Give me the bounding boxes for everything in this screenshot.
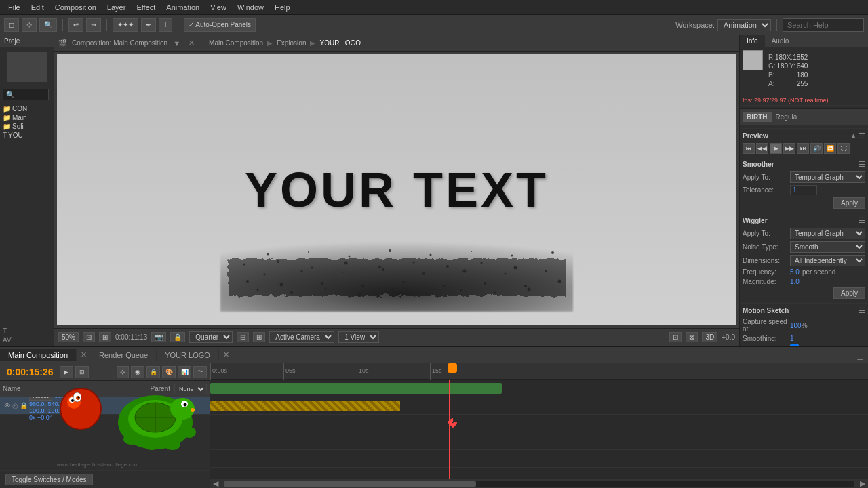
viewer-lock-btn[interactable]: 🔒 — [170, 332, 185, 342]
preview-fullscreen[interactable]: ⛶ — [837, 143, 850, 154]
timeline-tab-close-main[interactable]: ✕ — [77, 348, 91, 361]
track-row-2[interactable] — [210, 397, 868, 415]
layer-scale-value[interactable]: 100.0, 100.0% — [29, 407, 207, 414]
layer-rotation-value[interactable]: 0x +0.0° — [29, 414, 207, 421]
smoother-apply-select[interactable]: Temporal Graph — [790, 171, 865, 183]
project-item-con[interactable]: 📁 CON — [1, 104, 52, 113]
scroll-track[interactable] — [224, 481, 854, 487]
breadcrumb-close[interactable]: ✕ — [189, 39, 195, 47]
wiggler-noise-select[interactable]: Smooth Jagged — [790, 241, 865, 253]
viewer-fit-btn[interactable]: ⊡ — [83, 332, 95, 342]
tab-info[interactable]: Info — [740, 35, 765, 47]
project-item-you[interactable]: T YOU — [1, 131, 52, 140]
menu-composition[interactable]: Composition — [50, 2, 102, 13]
wiggler-dim-select[interactable]: All Independently — [790, 255, 865, 266]
tl-btn-1[interactable]: ▶ — [60, 366, 73, 378]
wiggler-apply-select[interactable]: Temporal Graph — [790, 228, 865, 239]
menu-help[interactable]: Help — [269, 2, 296, 13]
scroll-right-btn[interactable]: ▶ — [857, 479, 868, 488]
text-tool-av[interactable]: AV — [3, 336, 51, 344]
viewer-zoom-btn[interactable]: 50% — [58, 332, 79, 342]
motion-wireframe-input[interactable] — [790, 344, 799, 346]
layer-position-value[interactable]: 960.0, 540.0 — [29, 401, 207, 407]
project-item-soli[interactable]: 📁 Soli — [1, 122, 52, 131]
viewer-camera-btn[interactable]: 📷 — [151, 332, 166, 342]
project-item-main[interactable]: 📁 Main — [1, 113, 52, 122]
breadcrumb-main-comp[interactable]: Main Composition — [209, 39, 263, 47]
toolbar-btn-tools[interactable]: ✦✦✦ — [113, 18, 138, 32]
wiggler-menu-icon[interactable]: ☰ — [859, 216, 865, 225]
preview-skip-end[interactable]: ⏭ — [797, 143, 809, 154]
timeline-layer-row[interactable]: 👁 ◎ 🔒 Reset 960.0, 540.0 960.0, 540.0 10… — [0, 397, 210, 415]
toolbar-btn-pen[interactable]: ✒ — [141, 18, 156, 32]
timeline-minimize-btn[interactable]: _ — [852, 350, 868, 360]
text-tool-t[interactable]: T — [3, 327, 51, 336]
toolbar-btn-5[interactable]: ↪ — [86, 18, 101, 32]
layer-parent-select[interactable]: None — [174, 384, 207, 394]
viewer-guide-btn[interactable]: ⊡ — [669, 332, 682, 342]
menu-layer[interactable]: Layer — [102, 2, 132, 13]
timeline-tab-close-logo[interactable]: ✕ — [219, 348, 233, 361]
tab-audio[interactable]: Audio — [765, 35, 796, 47]
smoother-menu-icon[interactable]: ☰ — [859, 160, 865, 169]
viewer-snap-btn[interactable]: ⊞ — [99, 332, 111, 342]
timeline-tab-main[interactable]: Main Composition — [0, 349, 77, 361]
tl-btn-2[interactable]: ⊡ — [75, 366, 89, 378]
layer-anchor-value[interactable]: 960.0, 540.0 — [55, 397, 89, 399]
tl-btn-lock[interactable]: 🔒 — [146, 366, 160, 378]
menu-file[interactable]: File — [3, 2, 26, 13]
timeline-tab-logo[interactable]: YOUR LOGO — [157, 349, 219, 361]
project-search-input[interactable] — [3, 89, 49, 100]
scroll-left-btn[interactable]: ◀ — [210, 479, 221, 488]
search-help-input[interactable] — [783, 18, 864, 32]
motion-wireframe-check[interactable]: Wireframe — [790, 344, 833, 346]
viewer-grid-btn[interactable]: ⊞ — [253, 332, 265, 342]
viewer-view-select[interactable]: 1 View — [338, 331, 379, 343]
motion-smooth-value[interactable]: 1 — [790, 335, 794, 342]
toggle-switches-btn[interactable]: Toggle Switches / Modes — [5, 474, 93, 485]
track-row-4[interactable] — [210, 432, 868, 450]
breadcrumb-your-logo[interactable]: YOUR LOGO — [319, 39, 361, 47]
breadcrumb-explosion[interactable]: Explosion — [277, 39, 306, 47]
workspace-select[interactable]: Animation — [717, 19, 771, 31]
preview-step-back[interactable]: ◀◀ — [756, 143, 768, 154]
preview-audio[interactable]: 🔊 — [810, 143, 823, 154]
layer-eye-icon[interactable]: 👁 — [3, 402, 12, 409]
toolbar-btn-2[interactable]: ⊹ — [22, 18, 37, 32]
scroll-thumb[interactable] — [224, 481, 476, 487]
preview-loop[interactable]: 🔁 — [824, 143, 836, 154]
menu-edit[interactable]: Edit — [26, 2, 50, 13]
preview-skip-start[interactable]: ⏮ — [743, 143, 755, 154]
project-menu-icon[interactable]: ☰ — [43, 37, 50, 45]
tl-btn-solo[interactable]: ◉ — [131, 366, 144, 378]
viewer-pixel-btn[interactable]: ⊟ — [237, 332, 249, 342]
viewer-quality-select[interactable]: Quarter Half Full — [189, 331, 233, 343]
layer-lock-icon[interactable]: 🔒 — [20, 402, 28, 409]
track-row-1[interactable] — [210, 380, 868, 397]
info-panel-menu[interactable]: ☰ — [848, 35, 868, 47]
tl-btn-mode[interactable]: ⊹ — [117, 366, 129, 378]
preview-step-fwd[interactable]: ▶▶ — [783, 143, 795, 154]
toolbar-btn-3[interactable]: 🔍 — [39, 18, 57, 32]
timeline-tab-render[interactable]: Render Queue — [91, 349, 157, 361]
toolbar-btn-1[interactable]: ◻ — [4, 18, 19, 32]
layer-solo-icon[interactable]: ◎ — [12, 402, 18, 409]
smoother-apply-btn[interactable]: Apply — [833, 197, 865, 209]
wiggler-mag-value[interactable]: 1.0 — [790, 278, 800, 285]
menu-animation[interactable]: Animation — [161, 2, 205, 13]
menu-window[interactable]: Window — [232, 2, 269, 13]
track-row-5[interactable] — [210, 450, 868, 468]
tl-btn-graph[interactable]: 📊 — [178, 366, 191, 378]
auto-open-panels-btn[interactable]: ✓ Auto-Open Panels — [184, 18, 256, 32]
viewer-camera-select[interactable]: Active Camera — [269, 331, 334, 343]
menu-effect[interactable]: Effect — [131, 2, 161, 13]
preview-menu-icon[interactable]: ☰ — [859, 131, 865, 140]
project-tab-label[interactable]: Proje — [4, 37, 20, 45]
tl-btn-color[interactable]: 🎨 — [162, 366, 176, 378]
track-row-3[interactable] — [210, 415, 868, 432]
menu-view[interactable]: View — [205, 2, 232, 13]
viewer-mask-btn[interactable]: ⊠ — [686, 332, 698, 342]
viewer-3d-btn[interactable]: 3D — [702, 332, 717, 342]
time-display[interactable]: 0:00:15:26 — [3, 367, 58, 378]
wiggler-apply-btn[interactable]: Apply — [833, 287, 865, 299]
